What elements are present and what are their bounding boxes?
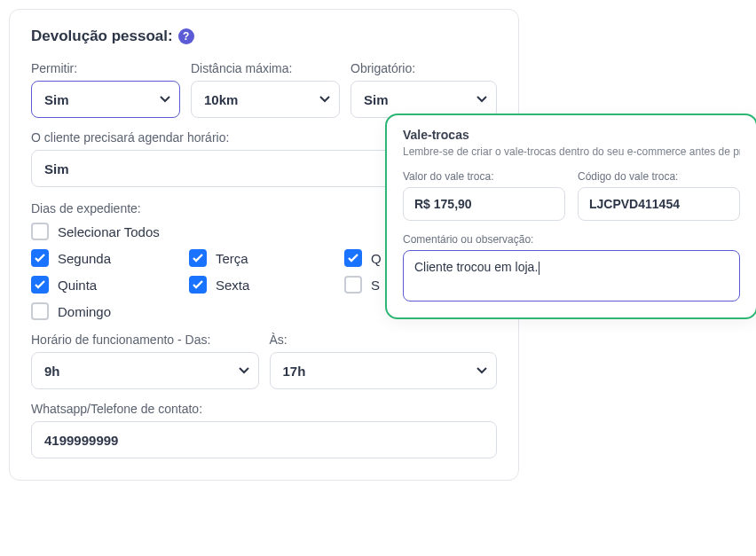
thursday-row[interactable]: Quinta — [31, 276, 189, 294]
panel-title: Devolução pessoal: — [31, 27, 173, 45]
select-all-row[interactable]: Selecionar Todos — [31, 223, 189, 240]
tuesday-row[interactable]: Terça — [189, 249, 344, 267]
permit-select[interactable]: Sim — [31, 81, 180, 118]
voucher-subtitle: Lembre-se de criar o vale-trocas dentro … — [403, 145, 740, 158]
sunday-row[interactable]: Domingo — [31, 302, 189, 320]
distance-select[interactable]: 10km — [191, 81, 340, 118]
voucher-value-col: Valor do vale troca: R$ 175,90 — [403, 170, 565, 221]
required-select[interactable]: Sim — [350, 81, 497, 118]
permit-col: Permitir: Sim — [31, 61, 180, 118]
help-icon[interactable]: ? — [178, 28, 194, 44]
chevron-down-icon — [476, 367, 487, 374]
phone-value: 4199999999 — [44, 433, 118, 448]
select-all-checkbox[interactable] — [31, 223, 49, 240]
chevron-down-icon — [160, 96, 170, 103]
voucher-comment-label: Comentário ou observação: — [403, 233, 740, 246]
bottom-fade — [0, 529, 756, 556]
hours-from-col: Horário de funcionamento - Das: 9h — [31, 333, 259, 389]
voucher-value-input[interactable]: R$ 175,90 — [403, 187, 565, 221]
voucher-comment-text: Cliente trocou em loja. — [414, 260, 538, 274]
monday-label: Segunda — [58, 251, 111, 266]
chevron-down-icon — [476, 96, 487, 103]
schedule-value: Sim — [44, 161, 69, 176]
voucher-comment-textarea[interactable]: Cliente trocou em loja. — [403, 250, 740, 301]
voucher-title: Vale-trocas — [403, 128, 740, 142]
permit-label: Permitir: — [31, 61, 180, 75]
permit-value: Sim — [44, 92, 69, 107]
sunday-checkbox[interactable] — [31, 302, 49, 320]
thursday-checkbox[interactable] — [31, 276, 49, 294]
hours-from-label: Horário de funcionamento - Das: — [31, 333, 259, 347]
voucher-card: Vale-trocas Lembre-se de criar o vale-tr… — [385, 114, 756, 319]
saturday-label: S — [371, 278, 380, 293]
required-label: Obrigatório: — [350, 61, 497, 75]
phone-col: Whatsapp/Telefone de contato: 4199999999 — [31, 402, 497, 458]
monday-row[interactable]: Segunda — [31, 249, 189, 267]
sunday-label: Domingo — [58, 304, 111, 319]
wednesday-checkbox[interactable] — [344, 249, 362, 267]
tuesday-label: Terça — [216, 251, 248, 266]
monday-checkbox[interactable] — [31, 249, 49, 267]
distance-label: Distância máxima: — [191, 61, 340, 75]
voucher-comment-col: Comentário ou observação: Cliente trocou… — [403, 233, 740, 301]
friday-label: Sexta — [216, 278, 249, 293]
panel-title-row: Devolução pessoal: ? — [31, 27, 497, 45]
chevron-down-icon — [239, 367, 249, 374]
thursday-label: Quinta — [58, 278, 97, 293]
hours-from-value: 9h — [44, 364, 60, 379]
top-selects-row: Permitir: Sim Distância máxima: 10km Obr… — [31, 61, 497, 118]
voucher-value: R$ 175,90 — [414, 197, 472, 211]
hours-to-value: 17h — [283, 364, 306, 379]
tuesday-checkbox[interactable] — [189, 249, 207, 267]
saturday-checkbox[interactable] — [344, 276, 362, 294]
voucher-code: LJCPVD411454 — [589, 197, 680, 211]
chevron-down-icon — [319, 96, 330, 103]
voucher-code-label: Código do vale troca: — [578, 170, 740, 183]
distance-value: 10km — [204, 92, 238, 107]
wednesday-label: Q — [371, 251, 382, 266]
select-all-label: Selecionar Todos — [58, 224, 160, 239]
required-value: Sim — [364, 92, 389, 107]
required-col: Obrigatório: Sim — [350, 61, 497, 118]
hours-from-select[interactable]: 9h — [31, 352, 259, 389]
voucher-code-input[interactable]: LJCPVD411454 — [578, 187, 740, 221]
voucher-value-label: Valor do vale troca: — [403, 170, 565, 183]
hours-to-col: Às: 17h — [270, 333, 498, 389]
voucher-code-col: Código do vale troca: LJCPVD411454 — [578, 170, 740, 221]
text-cursor — [539, 262, 539, 275]
friday-checkbox[interactable] — [189, 276, 207, 294]
hours-to-select[interactable]: 17h — [270, 352, 498, 389]
distance-col: Distância máxima: 10km — [191, 61, 340, 118]
phone-input[interactable]: 4199999999 — [31, 421, 497, 458]
hours-row: Horário de funcionamento - Das: 9h Às: 1… — [31, 333, 497, 389]
phone-label: Whatsapp/Telefone de contato: — [31, 402, 497, 416]
hours-to-label: Às: — [270, 333, 498, 347]
friday-row[interactable]: Sexta — [189, 276, 344, 294]
